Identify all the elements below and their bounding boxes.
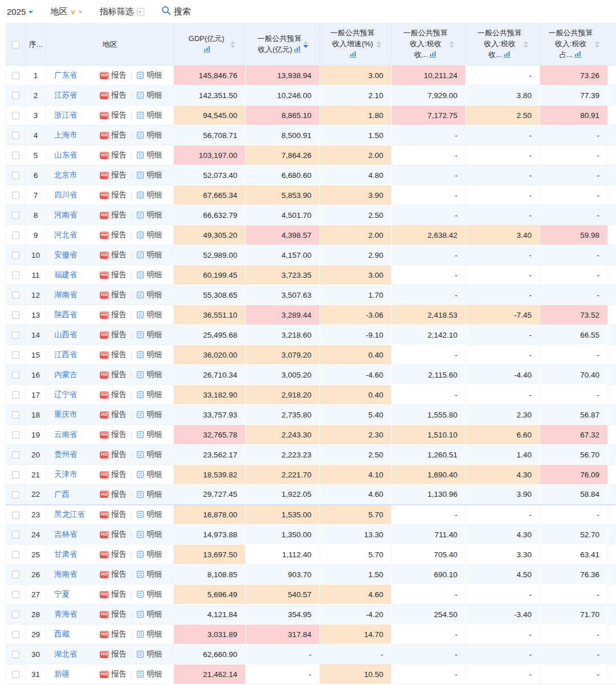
region-link[interactable]: 河北省	[54, 230, 100, 240]
region-link[interactable]: 上海市	[54, 130, 100, 140]
detail-button[interactable]: 明细	[136, 70, 162, 80]
row-checkbox[interactable]	[12, 271, 19, 279]
report-button[interactable]: PDF报告	[100, 130, 127, 140]
report-button[interactable]: PDF报告	[100, 429, 127, 440]
bar-chart-icon[interactable]	[429, 51, 437, 58]
region-link[interactable]: 广东省	[54, 70, 100, 80]
detail-button[interactable]: 明细	[136, 130, 162, 140]
region-link[interactable]: 宁夏	[54, 589, 100, 599]
bar-chart-icon[interactable]	[204, 46, 211, 52]
bar-chart-icon[interactable]	[350, 51, 357, 58]
region-link[interactable]: 贵州省	[54, 449, 100, 460]
region-link[interactable]: 山东省	[54, 150, 100, 160]
bar-chart-icon[interactable]	[294, 46, 301, 52]
row-checkbox[interactable]	[12, 311, 19, 319]
detail-button[interactable]: 明细	[136, 290, 162, 300]
bar-chart-icon[interactable]	[574, 51, 582, 58]
row-checkbox[interactable]	[12, 252, 19, 259]
report-button[interactable]: PDF报告	[100, 150, 127, 160]
row-checkbox[interactable]	[12, 192, 19, 199]
region-link[interactable]: 甘肃省	[54, 549, 100, 560]
region-link[interactable]: 安徽省	[54, 250, 100, 260]
search-button[interactable]: 搜索	[161, 6, 191, 17]
region-link[interactable]: 江苏省	[54, 90, 100, 100]
report-button[interactable]: PDF报告	[100, 350, 127, 360]
row-checkbox[interactable]	[12, 631, 19, 638]
detail-button[interactable]: 明细	[136, 449, 162, 460]
report-button[interactable]: PDF报告	[100, 609, 127, 619]
report-button[interactable]: PDF报告	[100, 270, 127, 280]
detail-button[interactable]: 明细	[136, 609, 162, 619]
column-header-revenue[interactable]: 一般公共预算收入(亿元)	[246, 23, 320, 66]
row-checkbox[interactable]	[12, 172, 19, 179]
region-link[interactable]: 湖北省	[54, 649, 100, 659]
row-checkbox[interactable]	[12, 491, 19, 498]
bar-chart-icon[interactable]	[504, 51, 511, 58]
region-link[interactable]: 浙江省	[54, 110, 100, 120]
region-link[interactable]: 湖南省	[54, 290, 100, 300]
row-checkbox[interactable]	[12, 471, 19, 479]
region-link[interactable]: 黑龙江省	[54, 509, 100, 520]
detail-button[interactable]: 明细	[136, 649, 162, 659]
report-button[interactable]: PDF报告	[100, 310, 127, 320]
detail-button[interactable]: 明细	[136, 230, 162, 240]
row-checkbox[interactable]	[12, 571, 19, 578]
detail-button[interactable]: 明细	[136, 469, 162, 480]
report-button[interactable]: PDF报告	[100, 469, 127, 480]
report-button[interactable]: PDF报告	[100, 489, 127, 500]
row-checkbox[interactable]	[12, 112, 19, 119]
row-checkbox[interactable]	[12, 232, 19, 239]
report-button[interactable]: PDF报告	[100, 529, 127, 540]
detail-button[interactable]: 明细	[136, 90, 162, 100]
report-button[interactable]: PDF报告	[100, 330, 127, 340]
report-button[interactable]: PDF报告	[100, 549, 127, 560]
detail-button[interactable]: 明细	[136, 410, 162, 420]
report-button[interactable]: PDF报告	[100, 230, 127, 240]
row-checkbox[interactable]	[12, 132, 19, 139]
row-checkbox[interactable]	[12, 411, 19, 419]
row-checkbox[interactable]	[12, 591, 19, 598]
detail-button[interactable]: 明细	[136, 509, 162, 520]
sort-control[interactable]	[449, 41, 454, 48]
detail-button[interactable]: 明细	[136, 270, 162, 280]
row-checkbox[interactable]	[12, 431, 19, 439]
report-button[interactable]: PDF报告	[100, 370, 127, 380]
region-link[interactable]: 辽宁省	[54, 390, 100, 400]
region-filter[interactable]: 地区 v	[50, 6, 82, 17]
year-selector[interactable]: 2025	[7, 7, 33, 17]
row-checkbox[interactable]	[12, 291, 19, 299]
report-button[interactable]: PDF报告	[100, 110, 127, 120]
detail-button[interactable]: 明细	[136, 589, 162, 599]
column-header-growth[interactable]: 一般公共预算收入增速(%)	[320, 23, 392, 66]
detail-button[interactable]: 明细	[136, 190, 162, 200]
region-link[interactable]: 江西省	[54, 350, 100, 360]
detail-button[interactable]: 明细	[136, 629, 162, 639]
detail-button[interactable]: 明细	[136, 529, 162, 540]
column-header-gdp[interactable]: GDP(亿元)	[174, 23, 246, 66]
region-link[interactable]: 海南省	[54, 569, 100, 579]
select-all-header[interactable]	[6, 23, 26, 66]
region-link[interactable]: 云南省	[54, 429, 100, 440]
detail-button[interactable]: 明细	[136, 350, 162, 360]
row-checkbox[interactable]	[12, 671, 19, 678]
region-link[interactable]: 天津市	[54, 469, 100, 480]
row-checkbox[interactable]	[12, 331, 19, 339]
region-link[interactable]: 北京市	[54, 170, 100, 180]
column-header-tax-growth[interactable]: 一般公共预算收入:税收收...	[466, 23, 540, 66]
detail-button[interactable]: 明细	[136, 569, 162, 579]
detail-button[interactable]: 明细	[136, 310, 162, 320]
region-link[interactable]: 西藏	[54, 629, 100, 639]
detail-button[interactable]: 明细	[136, 370, 162, 380]
row-checkbox[interactable]	[12, 92, 19, 99]
report-button[interactable]: PDF报告	[100, 190, 127, 200]
sort-control[interactable]	[376, 41, 381, 48]
report-button[interactable]: PDF报告	[100, 509, 127, 520]
row-checkbox[interactable]	[12, 611, 19, 618]
detail-button[interactable]: 明细	[136, 250, 162, 260]
detail-button[interactable]: 明细	[136, 669, 162, 679]
report-button[interactable]: PDF报告	[100, 569, 127, 579]
detail-button[interactable]: 明细	[136, 549, 162, 560]
row-checkbox[interactable]	[12, 651, 19, 658]
row-checkbox[interactable]	[12, 212, 19, 219]
report-button[interactable]: PDF报告	[100, 210, 127, 220]
